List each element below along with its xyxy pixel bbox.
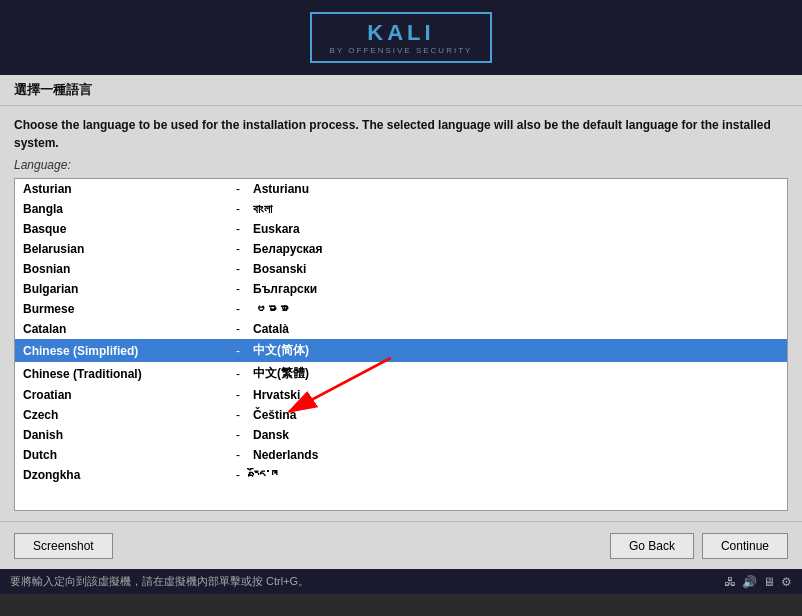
list-item[interactable]: Bangla-বাংলা	[15, 199, 787, 219]
network-icon: 🖧	[724, 575, 736, 589]
lang-name: Catalan	[23, 322, 223, 336]
lang-native: Dansk	[253, 428, 779, 442]
lang-native: Català	[253, 322, 779, 336]
lang-dash: -	[223, 468, 253, 482]
lang-dash: -	[223, 302, 253, 316]
lang-dash: -	[223, 202, 253, 216]
lang-name: Czech	[23, 408, 223, 422]
kali-logo: KALI BY OFFENSIVE SECURITY	[310, 12, 493, 63]
lang-dash: -	[223, 428, 253, 442]
display-icon: 🖥	[763, 575, 775, 589]
lang-name: Belarusian	[23, 242, 223, 256]
lang-native: Nederlands	[253, 448, 779, 462]
lang-name: Bangla	[23, 202, 223, 216]
top-bar: KALI BY OFFENSIVE SECURITY	[0, 0, 802, 75]
lang-native: বাংলা	[253, 202, 779, 216]
screenshot-button[interactable]: Screenshot	[14, 533, 113, 559]
status-message: 要將輸入定向到該虛擬機，請在虛擬機內部單擊或按 Ctrl+G。	[10, 574, 309, 589]
lang-native: Български	[253, 282, 779, 296]
lang-dash: -	[223, 322, 253, 336]
lang-name: Basque	[23, 222, 223, 236]
lang-name: Chinese (Simplified)	[23, 344, 223, 358]
kali-subtitle: BY OFFENSIVE SECURITY	[330, 46, 473, 55]
settings-icon: ⚙	[781, 575, 792, 589]
list-item[interactable]: Asturian-Asturianu	[15, 179, 787, 199]
lang-native: Hrvatski	[253, 388, 779, 402]
list-item[interactable]: Basque-Euskara	[15, 219, 787, 239]
title-bar: 選擇一種語言	[0, 75, 802, 106]
list-item[interactable]: Burmese-ဗမာစာ	[15, 299, 787, 319]
lang-native: Bosanski	[253, 262, 779, 276]
lang-native: 中文(繁體)	[253, 365, 779, 382]
go-back-button[interactable]: Go Back	[610, 533, 694, 559]
lang-native: Беларуская	[253, 242, 779, 256]
continue-button[interactable]: Continue	[702, 533, 788, 559]
status-icons: 🖧 🔊 🖥 ⚙	[724, 575, 792, 589]
content-area: Choose the language to be used for the i…	[0, 106, 802, 521]
lang-dash: -	[223, 367, 253, 381]
sound-icon: 🔊	[742, 575, 757, 589]
lang-dash: -	[223, 388, 253, 402]
installer-panel: 選擇一種語言 Choose the language to be used fo…	[0, 75, 802, 569]
lang-name: Danish	[23, 428, 223, 442]
lang-dash: -	[223, 344, 253, 358]
lang-name: Dutch	[23, 448, 223, 462]
lang-dash: -	[223, 262, 253, 276]
instruction-text: Choose the language to be used for the i…	[14, 116, 788, 152]
list-item[interactable]: Chinese (Simplified)-中文(简体)	[15, 339, 787, 362]
lang-dash: -	[223, 282, 253, 296]
lang-native: Euskara	[253, 222, 779, 236]
lang-dash: -	[223, 408, 253, 422]
list-item[interactable]: Dutch-Nederlands	[15, 445, 787, 465]
page-title: 選擇一種語言	[14, 82, 92, 97]
list-item[interactable]: Dzongkha-རྫོང་ཁ	[15, 465, 787, 485]
list-item[interactable]: Bosnian-Bosanski	[15, 259, 787, 279]
list-item[interactable]: Bulgarian-Български	[15, 279, 787, 299]
lang-name: Croatian	[23, 388, 223, 402]
language-list-wrapper: Asturian-AsturianuBangla-বাংলাBasque-Eus…	[14, 178, 788, 511]
lang-native: རྫོང་ཁ	[253, 468, 779, 482]
language-list[interactable]: Asturian-AsturianuBangla-বাংলাBasque-Eus…	[15, 179, 787, 510]
list-item[interactable]: Danish-Dansk	[15, 425, 787, 445]
list-item[interactable]: Catalan-Català	[15, 319, 787, 339]
list-item[interactable]: Croatian-Hrvatski	[15, 385, 787, 405]
lang-name: Chinese (Traditional)	[23, 367, 223, 381]
lang-native: Asturianu	[253, 182, 779, 196]
lang-native: 中文(简体)	[253, 342, 779, 359]
right-buttons: Go Back Continue	[610, 533, 788, 559]
kali-title: KALI	[330, 20, 473, 46]
lang-dash: -	[223, 182, 253, 196]
lang-native: Čeština	[253, 408, 779, 422]
lang-dash: -	[223, 222, 253, 236]
lang-name: Bulgarian	[23, 282, 223, 296]
lang-dash: -	[223, 242, 253, 256]
lang-dash: -	[223, 448, 253, 462]
button-bar: Screenshot Go Back Continue	[0, 521, 802, 569]
list-item[interactable]: Belarusian-Беларуская	[15, 239, 787, 259]
lang-name: Bosnian	[23, 262, 223, 276]
lang-name: Burmese	[23, 302, 223, 316]
list-item[interactable]: Czech-Čeština	[15, 405, 787, 425]
lang-name: Dzongkha	[23, 468, 223, 482]
lang-native: ဗမာစာ	[253, 302, 779, 316]
list-item[interactable]: Chinese (Traditional)-中文(繁體)	[15, 362, 787, 385]
language-label: Language:	[14, 158, 788, 172]
status-bar: 要將輸入定向到該虛擬機，請在虛擬機內部單擊或按 Ctrl+G。 🖧 🔊 🖥 ⚙	[0, 569, 802, 594]
lang-name: Asturian	[23, 182, 223, 196]
